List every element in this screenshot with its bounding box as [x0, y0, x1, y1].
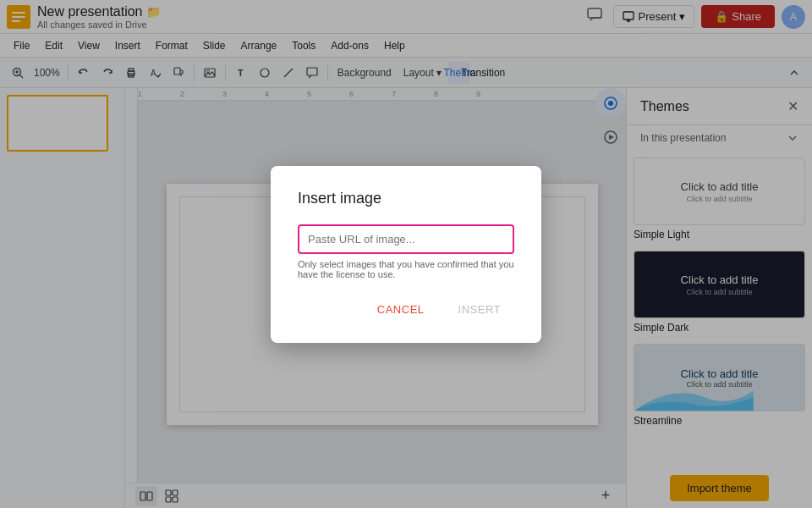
modal-insert-button[interactable]: INSERT	[445, 296, 514, 323]
modal-hint: Only select images that you have confirm…	[298, 259, 514, 279]
modal-overlay: Insert image Only select images that you…	[0, 0, 812, 508]
insert-image-modal: Insert image Only select images that you…	[271, 166, 541, 343]
modal-actions: CANCEL INSERT	[298, 296, 514, 323]
modal-title: Insert image	[298, 190, 514, 207]
modal-cancel-button[interactable]: CANCEL	[364, 296, 438, 323]
image-url-input[interactable]	[298, 224, 514, 254]
